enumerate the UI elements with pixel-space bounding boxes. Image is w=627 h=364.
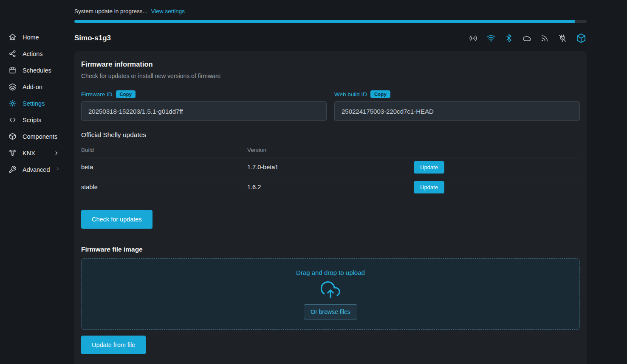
- updates-table: Build Version beta 1.7.0-beta1 Update st…: [81, 143, 580, 197]
- build-name: beta: [81, 164, 247, 171]
- sidebar-item-components[interactable]: Components: [0, 128, 64, 145]
- sidebar-item-label: Actions: [23, 50, 43, 57]
- build-version: 1.7.0-beta1: [247, 164, 414, 171]
- firmware-id-field: Firmware ID Copy: [81, 90, 327, 121]
- sidebar-item-label: Components: [23, 133, 57, 140]
- page-header: Simo-s1g3: [74, 29, 587, 48]
- update-progress-bar: [74, 20, 587, 23]
- web-build-id-label: Web build ID: [334, 91, 367, 98]
- firmware-id-label: Firmware ID: [81, 91, 113, 98]
- official-updates-title: Official Shelly updates: [81, 131, 580, 139]
- sidebar-item-schedules[interactable]: Schedules: [0, 62, 64, 78]
- view-settings-link[interactable]: View settings: [151, 8, 185, 14]
- upload-cloud-icon: [321, 280, 340, 300]
- knx-bus-icon: [8, 149, 17, 157]
- browse-files-button[interactable]: Or browse files: [304, 304, 357, 319]
- table-row: stable 1.6.2 Update: [81, 177, 580, 197]
- table-row: beta 1.7.0-beta1 Update: [81, 157, 580, 177]
- calendar-icon: [8, 66, 17, 74]
- code-icon: [8, 116, 17, 124]
- file-image-title: Firmware file image: [81, 246, 580, 253]
- update-from-file-button[interactable]: Update from file: [81, 336, 146, 354]
- sidebar-item-settings[interactable]: Settings: [0, 95, 64, 112]
- wrench-icon: [8, 165, 17, 174]
- build-version: 1.6.2: [247, 184, 414, 190]
- dropzone-text: Drag and drop to upload: [296, 269, 365, 276]
- status-icons: [469, 33, 587, 44]
- copy-web-build-id-button[interactable]: Copy: [370, 90, 390, 98]
- sidebar-item-advanced[interactable]: Advanced: [0, 161, 64, 178]
- sidebar-item-label: Schedules: [23, 67, 51, 74]
- sidebar-item-label: Add-on: [23, 84, 42, 90]
- build-name: stable: [81, 184, 247, 190]
- sidebar-item-addon[interactable]: Add-on: [0, 78, 64, 95]
- layers-icon: [8, 83, 17, 91]
- chevron-right-icon: [54, 150, 59, 156]
- bluetooth-icon[interactable]: [504, 34, 514, 43]
- col-build: Build: [81, 147, 247, 153]
- sidebar-item-label: Home: [23, 34, 39, 41]
- sidebar-item-label: Scripts: [23, 117, 41, 123]
- sidebar-item-knx[interactable]: KNX: [0, 145, 64, 161]
- update-status-text: System update in progress...: [74, 8, 147, 14]
- firmware-id-input[interactable]: [81, 101, 327, 121]
- update-stable-button[interactable]: Update: [414, 181, 444, 193]
- copy-firmware-id-button[interactable]: Copy: [116, 90, 136, 98]
- sidebar-item-actions[interactable]: Actions: [0, 45, 64, 62]
- sidebar-item-label: Advanced: [23, 166, 50, 173]
- sidebar-item-label: KNX: [23, 150, 35, 157]
- col-version: Version: [247, 147, 414, 153]
- broadcast-icon[interactable]: [469, 34, 478, 43]
- web-build-id-field: Web build ID Copy: [334, 90, 580, 121]
- gear-icon: [8, 99, 17, 107]
- update-banner: System update in progress... View settin…: [74, 0, 587, 23]
- wifi-icon[interactable]: [486, 34, 496, 43]
- firmware-dropzone[interactable]: Drag and drop to upload Or browse files: [81, 258, 580, 330]
- rss-icon[interactable]: [540, 34, 549, 43]
- chevron-right-icon: [56, 167, 60, 173]
- update-progress-fill: [74, 20, 575, 23]
- section-title: Firmware information: [81, 60, 580, 68]
- cube-icon[interactable]: [576, 33, 587, 44]
- sidebar-item-label: Settings: [23, 100, 45, 107]
- sidebar-item-home[interactable]: Home: [0, 29, 64, 45]
- share-nodes-icon: [8, 50, 17, 58]
- section-subtitle: Check for updates or install new version…: [81, 73, 580, 79]
- plug-slash-icon[interactable]: [558, 34, 567, 43]
- device-name: Simo-s1g3: [74, 34, 111, 42]
- main-content: System update in progress... View settin…: [74, 0, 587, 364]
- sidebar-item-scripts[interactable]: Scripts: [0, 112, 64, 128]
- id-fields: Firmware ID Copy Web build ID Copy: [81, 90, 580, 121]
- home-icon: [8, 33, 17, 41]
- updates-table-header: Build Version: [81, 143, 580, 157]
- cloud-icon[interactable]: [522, 34, 531, 43]
- box-icon: [8, 132, 17, 140]
- firmware-panel: Firmware information Check for updates o…: [74, 51, 587, 364]
- sidebar: Home Actions Schedules Add-on Settings S…: [0, 0, 74, 364]
- update-beta-button[interactable]: Update: [414, 161, 444, 174]
- check-for-updates-button[interactable]: Check for updates: [81, 210, 153, 229]
- web-build-id-input[interactable]: [334, 101, 580, 121]
